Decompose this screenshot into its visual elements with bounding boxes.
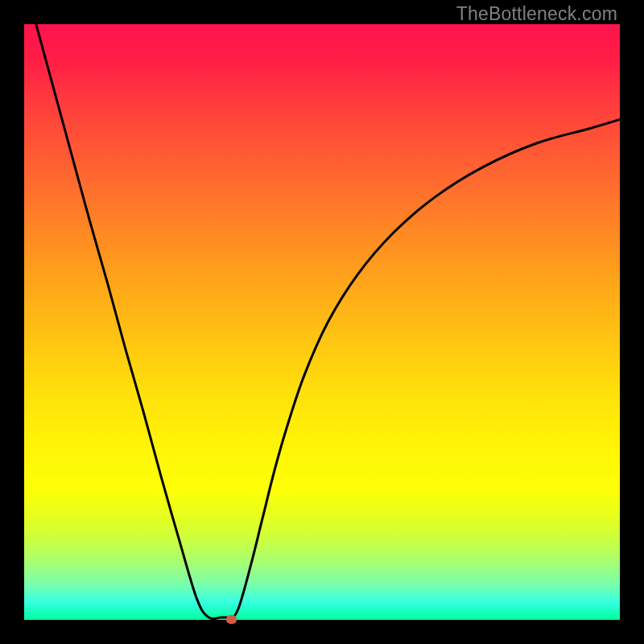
bottleneck-curve-path (36, 24, 620, 620)
curve-layer (24, 24, 620, 620)
optimum-marker (226, 615, 237, 624)
watermark-text: TheBottleneck.com (456, 3, 617, 25)
plot-area (24, 24, 620, 620)
outer-frame: TheBottleneck.com (0, 0, 644, 644)
